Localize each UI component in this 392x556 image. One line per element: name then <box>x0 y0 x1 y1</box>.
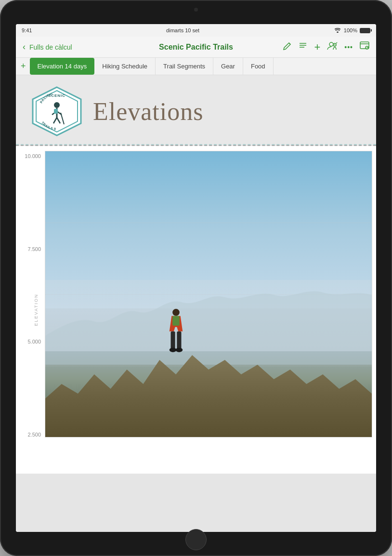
collaborate-icon[interactable] <box>327 41 338 53</box>
grid-line-3 <box>45 366 372 366</box>
battery-text: 100% <box>344 27 357 33</box>
screen: 9:41 dimarts 10 set 100% <box>16 24 376 532</box>
y-label-10000: 10.000 <box>25 153 41 159</box>
y-axis-title: ELEVATION <box>34 293 39 326</box>
ipad-frame: 9:41 dimarts 10 set 100% <box>0 0 392 556</box>
toolbar-left: ‹ Fulls de càlcul <box>23 42 72 52</box>
back-arrow-icon[interactable]: ‹ <box>23 42 26 52</box>
svg-point-28 <box>170 348 177 352</box>
svg-rect-20 <box>54 109 58 114</box>
tab-hiking[interactable]: Hiking Schedule <box>94 58 156 75</box>
hiker-silhouette <box>163 304 189 367</box>
battery-indicator <box>360 28 370 33</box>
pencil-icon[interactable] <box>283 41 292 53</box>
add-sheet-button[interactable]: + <box>17 61 30 71</box>
more-icon[interactable]: ••• <box>344 43 353 51</box>
distant-mountains-svg <box>45 268 372 365</box>
sheet-content: SCENIC PACIFIC TRAILS 9 Elevations <box>16 75 376 532</box>
svg-point-10 <box>366 46 368 49</box>
y-label-5000: 5.000 <box>27 339 41 344</box>
y-label-7500: 7.500 <box>27 246 41 252</box>
svg-point-13 <box>54 102 60 108</box>
status-right: 100% <box>334 27 370 34</box>
chart-area: ELEVATION 10.000 7.500 5.000 2.500 <box>16 146 376 474</box>
logo-badge: SCENIC PACIFIC TRAILS 9 <box>30 85 83 138</box>
status-time: 9:41 <box>22 27 32 33</box>
tab-elevation[interactable]: Elevation 14 days <box>30 58 95 75</box>
sheet-header: SCENIC PACIFIC TRAILS 9 Elevations <box>16 75 376 146</box>
dashed-divider <box>16 144 376 145</box>
svg-line-7 <box>336 42 337 43</box>
svg-point-4 <box>329 42 333 46</box>
svg-point-24 <box>172 309 180 316</box>
svg-rect-27 <box>177 331 181 349</box>
back-button[interactable]: Fulls de càlcul <box>29 43 72 51</box>
status-bar: 9:41 dimarts 10 set 100% <box>16 24 376 37</box>
elevation-chart-image <box>45 151 372 437</box>
svg-rect-26 <box>171 331 175 349</box>
y-axis: ELEVATION 10.000 7.500 5.000 2.500 <box>16 151 45 469</box>
status-date: dimarts 10 set <box>166 27 199 33</box>
grid-line-1 <box>45 223 372 223</box>
svg-point-6 <box>334 44 335 45</box>
view-icon[interactable] <box>360 41 369 53</box>
svg-point-29 <box>176 348 183 352</box>
elevations-title: Elevations <box>93 97 204 126</box>
tab-food[interactable]: Food <box>243 58 274 75</box>
document-title: Scenic Pacific Trails <box>159 43 233 52</box>
y-label-2500: 2.500 <box>27 432 41 437</box>
home-button[interactable] <box>185 529 207 550</box>
toolbar-actions: + ••• <box>283 41 369 53</box>
tab-trail-segments[interactable]: Trail Segments <box>156 58 213 75</box>
front-camera <box>194 8 198 12</box>
add-icon[interactable]: + <box>314 41 320 53</box>
toolbar: ‹ Fulls de càlcul Scenic Pacific Trails <box>16 37 376 58</box>
format-icon[interactable] <box>299 41 307 53</box>
tab-gear[interactable]: Gear <box>213 58 243 75</box>
svg-rect-25 <box>172 316 180 326</box>
tabs-bar: + Elevation 14 days Hiking Schedule Trai… <box>16 58 376 75</box>
wifi-icon <box>334 27 341 34</box>
